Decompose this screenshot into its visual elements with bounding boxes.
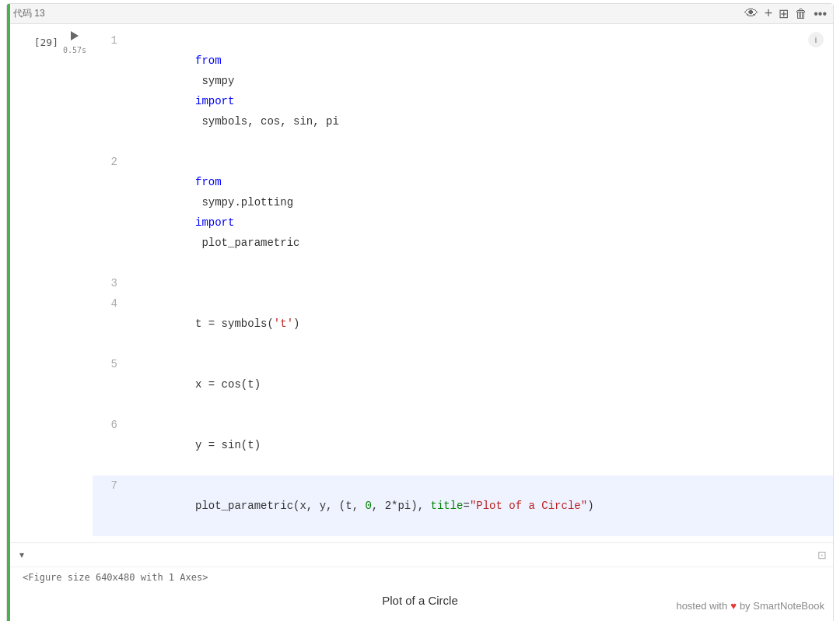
code-line-4: 4 t = symbols('t') xyxy=(102,293,824,354)
footer: hosted with ♥ by SmartNoteBook xyxy=(676,600,824,612)
cell-execution-area: [29] 0.57s 1 from sympy import symbols, … xyxy=(7,24,833,542)
code-line-7: 7 plot_parametric(x, y, (t, 0, 2*pi), ti… xyxy=(93,475,833,536)
run-time: 0.57s xyxy=(63,46,86,54)
circle-plot-svg: −1.00 −0.75 −0.50 −0.25 0.00 0.25 0.50 xyxy=(202,613,638,621)
export-icon[interactable]: ⊞ xyxy=(779,6,789,21)
svg-marker-0 xyxy=(71,31,79,40)
keyword-from-2: from xyxy=(195,176,222,188)
code-line-5: 5 x = cos(t) xyxy=(102,354,824,415)
run-button[interactable] xyxy=(69,30,80,44)
cell-accent xyxy=(7,4,10,621)
cell-toolbar: 👁 + ⊞ 🗑 ••• xyxy=(744,5,827,22)
trash-icon[interactable]: 🗑 xyxy=(795,7,807,21)
notebook-cell: 代码 13 👁 + ⊞ 🗑 ••• [29] 0.57s 1 xyxy=(6,3,834,621)
code-line-3: 3 xyxy=(102,273,824,293)
code-line-1: 1 from sympy import symbols, cos, sin, p… xyxy=(102,30,824,152)
keyword-import-1: import xyxy=(195,95,234,107)
chevron-down-icon: ▾ xyxy=(19,549,24,560)
keyword-from-1: from xyxy=(195,54,222,67)
cell-header: 代码 13 👁 + ⊞ 🗑 ••• xyxy=(7,4,833,24)
footer-hosted-text: hosted with xyxy=(676,600,727,612)
footer-brand-text: by SmartNoteBook xyxy=(740,600,824,612)
eye-icon[interactable]: 👁 xyxy=(744,5,758,22)
output-image-icon: ⊡ xyxy=(817,549,827,561)
code-area[interactable]: 1 from sympy import symbols, cos, sin, p… xyxy=(93,24,833,542)
more-icon[interactable]: ••• xyxy=(814,7,827,21)
keyword-import-2: import xyxy=(195,216,234,229)
cell-badge: i xyxy=(808,32,824,47)
execution-count: [29] xyxy=(21,30,61,54)
cell-title: 代码 13 xyxy=(13,7,45,20)
plot-title: Plot of a Circle xyxy=(382,594,458,607)
figure-info: <Figure size 640x480 with 1 Axes> xyxy=(23,572,817,583)
code-line-6: 6 y = sin(t) xyxy=(102,415,824,475)
heart-icon: ♥ xyxy=(730,600,737,612)
plus-icon[interactable]: + xyxy=(765,5,773,22)
code-line-2: 2 from sympy.plotting import plot_parame… xyxy=(102,152,824,273)
output-toggle[interactable]: ▾ xyxy=(13,546,30,563)
